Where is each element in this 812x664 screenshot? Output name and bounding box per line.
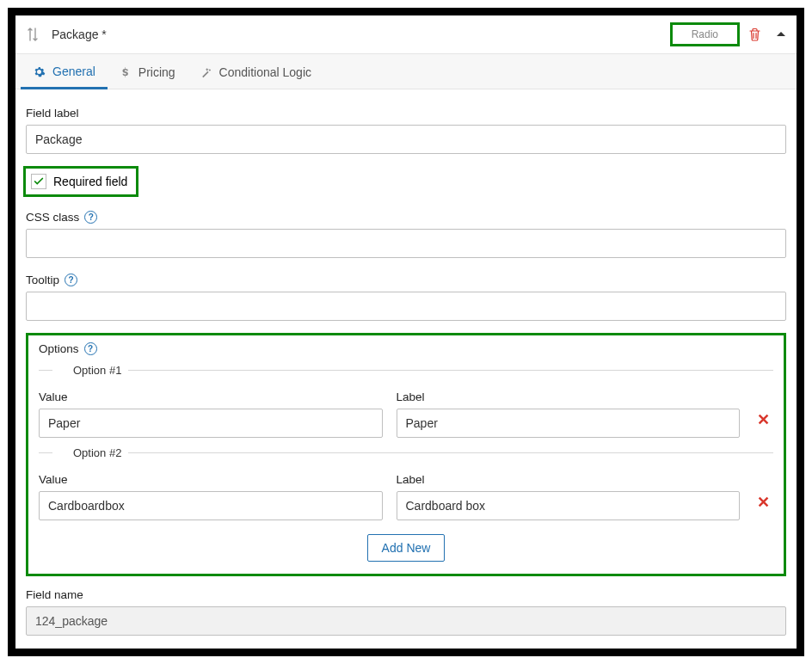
option-label-label: Label (397, 390, 741, 403)
field-type-badge: Radio (670, 22, 740, 46)
wand-icon (200, 66, 212, 79)
option-value-input[interactable] (39, 409, 383, 438)
tooltip-label: Tooltip ? (26, 274, 786, 286)
tab-general[interactable]: General (21, 54, 108, 89)
field-name-label: Field name (26, 588, 786, 601)
required-field-toggle[interactable]: Required field (23, 166, 138, 197)
tab-label: Conditional Logic (219, 65, 311, 79)
add-new-option-button[interactable]: Add New (367, 534, 446, 562)
option-value-label: Value (39, 390, 383, 403)
option-legend: Option #2 (39, 446, 773, 459)
dollar-icon (120, 66, 132, 78)
tabs: General Pricing Conditional Logic (15, 54, 797, 89)
help-icon[interactable]: ? (65, 274, 77, 286)
option-row: Value Label ✕ (39, 382, 773, 438)
drag-handle-icon[interactable] (28, 28, 40, 41)
gear-icon (33, 65, 46, 78)
tooltip-input[interactable] (26, 292, 786, 321)
field-label-input[interactable] (26, 125, 786, 154)
css-class-input[interactable] (26, 229, 786, 258)
tab-conditional-logic[interactable]: Conditional Logic (188, 55, 323, 88)
option-row: Value Label ✕ (39, 464, 773, 520)
tab-label: General (52, 65, 95, 78)
help-icon[interactable]: ? (84, 211, 97, 224)
option-label-input[interactable] (397, 409, 741, 438)
field-header: Package * Radio (15, 15, 797, 54)
tab-label: Pricing (138, 65, 175, 79)
option-value-input[interactable] (39, 491, 383, 520)
field-name-input (26, 606, 786, 636)
options-section: Options ? Option #1 Value Label ✕ Option… (26, 333, 786, 576)
help-icon[interactable]: ? (84, 342, 97, 355)
css-class-label: CSS class ? (26, 211, 786, 224)
field-label-label: Field label (26, 107, 786, 120)
option-value-label: Value (39, 473, 383, 486)
remove-option-button[interactable]: ✕ (754, 410, 773, 438)
tab-pricing[interactable]: Pricing (108, 55, 188, 88)
collapse-toggle[interactable] (776, 29, 786, 40)
delete-button[interactable] (748, 28, 762, 41)
option-label-input[interactable] (397, 491, 741, 520)
remove-option-button[interactable]: ✕ (754, 493, 773, 520)
options-section-label: Options ? (39, 342, 773, 355)
checkbox-checked-icon (31, 174, 46, 189)
option-legend: Option #1 (39, 364, 773, 377)
required-field-label: Required field (53, 175, 127, 188)
option-label-label: Label (397, 473, 741, 486)
field-title: Package * (52, 28, 107, 41)
